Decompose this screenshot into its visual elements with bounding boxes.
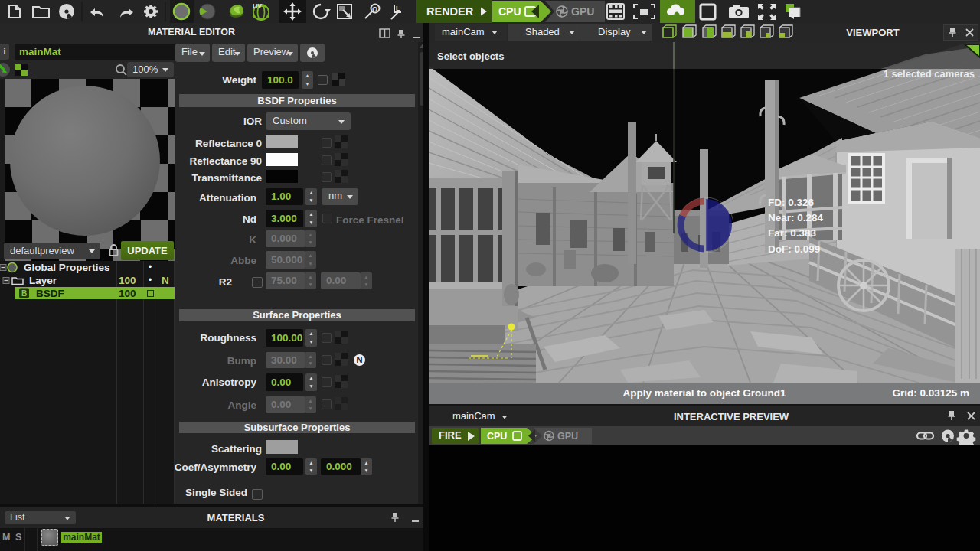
svg-text:GPU: GPU — [571, 5, 594, 18]
svg-text:FD: 0.326: FD: 0.326 — [768, 197, 815, 208]
svg-text:L: L — [396, 5, 400, 12]
svg-text:DoF: 0.099: DoF: 0.099 — [768, 243, 820, 255]
svg-text:CPU: CPU — [487, 431, 507, 442]
svg-text:Near: 0.284: Near: 0.284 — [768, 212, 824, 223]
svg-text:CPU: CPU — [498, 5, 521, 18]
svg-text:B: B — [21, 289, 27, 298]
svg-text:RENDER: RENDER — [426, 5, 474, 18]
svg-text:1 selected cameras: 1 selected cameras — [884, 68, 975, 80]
svg-text:GPU: GPU — [557, 431, 578, 442]
svg-text:O: O — [372, 5, 377, 13]
svg-text:Select objects: Select objects — [437, 51, 504, 62]
svg-text:Far: 0.383: Far: 0.383 — [768, 227, 817, 239]
svg-text:UV: UV — [253, 2, 262, 10]
